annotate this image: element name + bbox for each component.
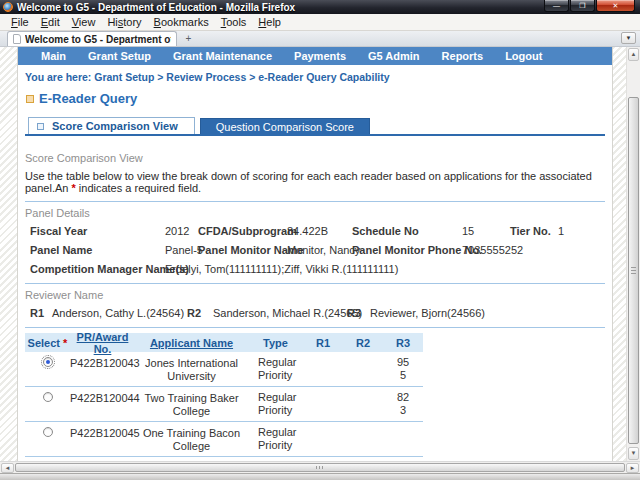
- reviewer-r2-name: Sanderson, Michael R.(24565): [213, 307, 347, 320]
- reviewer-r2-label: R2: [187, 307, 213, 320]
- horizontal-scrollbar[interactable]: ◄ ►: [0, 461, 640, 473]
- window-titlebar: Welcome to G5 - Department of Education …: [0, 0, 640, 14]
- window-title: Welcome to G5 - Department of Education …: [17, 2, 295, 13]
- type-value: RegularPriority: [248, 426, 303, 452]
- view-tabs: Score Comparison View Question Compariso…: [25, 117, 605, 136]
- applicant-name-column-header[interactable]: Applicant Name: [135, 337, 248, 349]
- section-description: Use the table below to view the break do…: [25, 170, 605, 194]
- maximize-button[interactable]: ❐: [570, 0, 595, 12]
- browser-tab[interactable]: Welcome to G5 - Department of Edu...: [7, 31, 177, 46]
- page-viewport: Main Grant Setup Grant Maintenance Payme…: [0, 47, 640, 461]
- applicant-name-value: Jones International University: [135, 356, 248, 383]
- firefox-icon: [3, 2, 13, 12]
- panel-details-row: Panel Name Panel-5 Panel Monitor Name Mo…: [25, 244, 605, 257]
- tab-score-comparison-view[interactable]: Score Comparison View: [28, 117, 195, 134]
- scrollbar-grip: [316, 466, 324, 469]
- window-controls: — ❐ ✕: [544, 0, 635, 12]
- pr-award-value: P422B120044: [70, 391, 135, 405]
- breadcrumb-link-grant-setup[interactable]: Grant Setup: [94, 71, 154, 83]
- scroll-left-icon[interactable]: ◄: [1, 463, 14, 473]
- applicant-name-value: Two Training Baker College: [135, 391, 248, 418]
- panel-details-heading: Panel Details: [25, 207, 605, 219]
- vertical-scrollbar[interactable]: ▲ ▼: [626, 47, 640, 461]
- cfda-subprogram-label: CFDA/Subprogram: [198, 225, 287, 238]
- r2-column-header: R2: [343, 337, 383, 349]
- close-icon: ✕: [613, 2, 619, 9]
- menu-edit[interactable]: Edit: [35, 16, 66, 28]
- list-all-tabs-button[interactable]: ▼: [621, 32, 636, 44]
- select-radio[interactable]: [43, 392, 53, 402]
- required-asterisk: *: [63, 337, 67, 349]
- reviewer-r1-label: R1: [30, 307, 52, 320]
- breadcrumb-separator: >: [157, 71, 163, 83]
- menu-file[interactable]: File: [5, 16, 35, 28]
- type-value: RegularPriority: [248, 356, 303, 382]
- menu-view[interactable]: View: [66, 16, 102, 28]
- new-tab-button[interactable]: +: [180, 33, 197, 45]
- scroll-down-icon[interactable]: ▼: [628, 447, 639, 460]
- score-comparison-table: Select * PR/Award No. Applicant Name Typ…: [25, 333, 423, 457]
- pr-award-value: P422B120045: [70, 426, 135, 440]
- r1-column-header: R1: [303, 337, 343, 349]
- select-radio[interactable]: [43, 427, 53, 437]
- section-divider: [25, 283, 605, 284]
- breadcrumb-current: e-Reader Query Capability: [258, 71, 389, 83]
- nav-g5-admin[interactable]: G5 Admin: [357, 50, 431, 62]
- reviewer-r3-name: Reviewer, Bjorn(24566): [370, 307, 485, 320]
- select-radio[interactable]: [43, 357, 53, 367]
- section-heading: Score Comparison View: [25, 152, 605, 164]
- breadcrumb-link-review-process[interactable]: Review Process: [166, 71, 246, 83]
- panel-monitor-phone-label: Panel Monitor Phone No.: [352, 244, 462, 257]
- nav-main[interactable]: Main: [30, 50, 77, 62]
- nav-payments[interactable]: Payments: [283, 50, 357, 62]
- table-row: P422B120045 One Training Bacon College R…: [25, 422, 423, 457]
- pr-award-value: P422B120043: [70, 356, 135, 370]
- panel-monitor-phone-value: 7035555252: [462, 244, 523, 257]
- nav-grant-maintenance[interactable]: Grant Maintenance: [162, 50, 283, 62]
- table-header-row: Select * PR/Award No. Applicant Name Typ…: [25, 333, 423, 352]
- menu-help[interactable]: Help: [252, 16, 287, 28]
- content-card: Main Grant Setup Grant Maintenance Payme…: [17, 47, 613, 461]
- tab-icon: [37, 123, 44, 130]
- type-value: RegularPriority: [248, 391, 303, 417]
- menu-tools[interactable]: Tools: [215, 16, 253, 28]
- browser-tab-title: Welcome to G5 - Department of Edu...: [25, 34, 171, 45]
- page-title-row: E-Reader Query: [25, 91, 605, 106]
- panel-monitor-name-value: Monitor, Nancy: [287, 244, 352, 257]
- menu-history[interactable]: History: [101, 16, 147, 28]
- fiscal-year-value: 2012: [165, 225, 198, 238]
- r3-score: 823: [383, 391, 423, 417]
- section-divider: [25, 201, 605, 202]
- nav-reports[interactable]: Reports: [431, 50, 495, 62]
- panel-details-row: Competition Manager Name(s) Erdelyi, Tom…: [25, 263, 605, 276]
- panel-name-value: Panel-5: [165, 244, 198, 257]
- r3-column-header: R3: [383, 337, 423, 349]
- page-favicon: [13, 34, 21, 44]
- select-column-header: Select *: [25, 337, 70, 349]
- close-button[interactable]: ✕: [596, 0, 635, 12]
- nav-logout[interactable]: Logout: [494, 50, 553, 62]
- scroll-right-icon[interactable]: ►: [626, 463, 639, 473]
- panel-monitor-name-label: Panel Monitor Name: [198, 244, 287, 257]
- breadcrumb-separator: >: [249, 71, 255, 83]
- minimize-button[interactable]: —: [544, 0, 569, 12]
- horizontal-scrollbar-thumb[interactable]: [15, 463, 625, 472]
- section-divider: [25, 327, 605, 328]
- pr-award-column-header[interactable]: PR/Award No.: [70, 331, 135, 355]
- section-bullet-icon: [26, 95, 34, 103]
- page-title: E-Reader Query: [39, 91, 137, 106]
- fiscal-year-label: Fiscal Year: [30, 225, 165, 238]
- main-navigation: Main Grant Setup Grant Maintenance Payme…: [18, 47, 612, 65]
- schedule-no-label: Schedule No: [352, 225, 462, 238]
- scroll-up-icon[interactable]: ▲: [628, 48, 639, 61]
- reviewer-r1-name: Anderson, Cathy L.(24564): [52, 307, 187, 320]
- tab-question-comparison-score[interactable]: Question Comparison Score: [200, 118, 370, 134]
- panel-name-label: Panel Name: [30, 244, 165, 257]
- applicant-name-value: One Training Bacon College: [135, 426, 248, 453]
- nav-grant-setup[interactable]: Grant Setup: [77, 50, 162, 62]
- menu-bookmarks[interactable]: Bookmarks: [148, 16, 215, 28]
- table-row: P422B120044 Two Training Baker College R…: [25, 387, 423, 422]
- reviewer-row: R1 Anderson, Cathy L.(24564) R2 Sanderso…: [25, 307, 605, 320]
- vertical-scrollbar-thumb[interactable]: [628, 97, 639, 444]
- schedule-no-value: 15: [462, 225, 510, 238]
